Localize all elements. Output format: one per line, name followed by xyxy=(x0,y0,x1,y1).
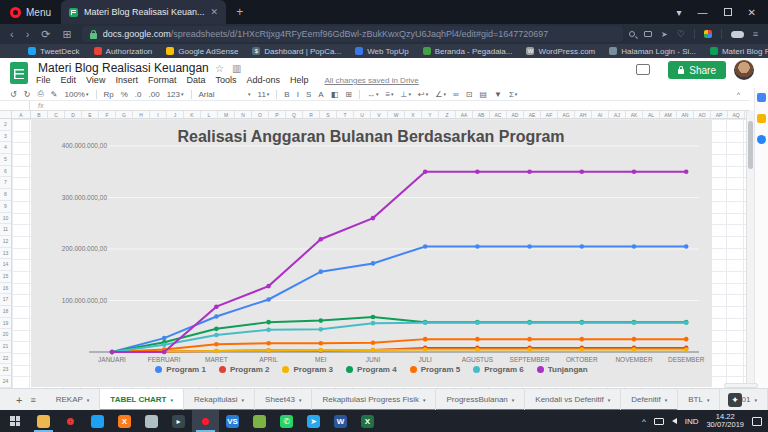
column-header[interactable]: I xyxy=(150,111,167,118)
bookmark-item[interactable]: Halaman Login - Si... xyxy=(609,47,696,56)
column-header[interactable]: N xyxy=(235,111,252,118)
column-header[interactable]: AN xyxy=(677,111,694,118)
sheet-tab-menu-icon[interactable]: ▾ xyxy=(299,397,302,403)
column-headers[interactable]: A BCDEFGHIJKLMNOPQRSTUVWXYZAAABACADAEAFA… xyxy=(0,111,746,119)
column-header[interactable]: M xyxy=(218,111,235,118)
column-header[interactable]: AJ xyxy=(609,111,626,118)
column-header[interactable]: X xyxy=(405,111,422,118)
select-all-corner[interactable] xyxy=(0,111,12,118)
column-header[interactable]: J xyxy=(167,111,184,118)
sheet-tab-menu-icon[interactable]: ▾ xyxy=(242,397,245,403)
vpn-badge[interactable] xyxy=(731,31,744,38)
borders-icon[interactable]: ⊞ xyxy=(345,90,352,99)
tray-chevron-icon[interactable]: ^ xyxy=(642,417,646,426)
sheet-tab-menu-icon[interactable]: ▾ xyxy=(423,397,426,403)
avatar[interactable] xyxy=(734,60,754,80)
sheets-logo-icon[interactable] xyxy=(10,62,28,84)
horizontal-align-icon[interactable]: ≡▾ xyxy=(385,90,393,99)
column-header[interactable]: O xyxy=(252,111,269,118)
action-center-icon[interactable] xyxy=(752,417,762,426)
functions-icon[interactable]: Σ▾ xyxy=(509,90,517,99)
row-header[interactable]: 18 xyxy=(0,306,11,318)
bookmark-item[interactable]: Materi Blog Realisa... xyxy=(710,47,768,56)
column-header[interactable]: AO xyxy=(694,111,711,118)
column-header[interactable]: AA xyxy=(456,111,473,118)
url-field[interactable]: docs.google.com/spreadsheets/d/1HXcRtjxg… xyxy=(82,26,623,42)
star-icon[interactable]: ☆ xyxy=(215,63,224,74)
format-currency-icon[interactable]: Rp xyxy=(104,90,114,99)
column-header[interactable]: C xyxy=(48,111,65,118)
row-header[interactable]: 15 xyxy=(0,271,11,283)
calendar-icon[interactable] xyxy=(757,93,766,102)
row-header[interactable]: 11 xyxy=(0,224,11,236)
column-header[interactable]: U xyxy=(354,111,371,118)
menu-item-tools[interactable]: Tools xyxy=(215,75,236,85)
vertical-scrollbar[interactable] xyxy=(746,111,754,388)
xampp-icon[interactable]: X xyxy=(111,410,138,432)
column-header[interactable]: AQ xyxy=(728,111,745,118)
document-title[interactable]: Materi Blog Realisasi Keuangan xyxy=(38,61,209,75)
sheet-tab-tabel-chart[interactable]: TABEL CHART▾ xyxy=(100,389,184,411)
sheet-tab-menu-icon[interactable]: ▾ xyxy=(512,397,515,403)
file-explorer-icon[interactable] xyxy=(30,410,57,432)
text-color-icon[interactable]: A xyxy=(318,90,323,99)
row-header[interactable]: 2 xyxy=(0,119,11,131)
chart-panel[interactable]: Realisasi Anggaran Bulanan Berdasarkan P… xyxy=(31,120,712,387)
row-header[interactable]: 9 xyxy=(0,201,11,213)
vertical-align-icon[interactable]: ⊥▾ xyxy=(401,90,411,99)
column-header[interactable]: Z xyxy=(439,111,456,118)
column-header[interactable]: G xyxy=(116,111,133,118)
menu-item-format[interactable]: Format xyxy=(148,75,177,85)
row-header[interactable]: 20 xyxy=(0,329,11,341)
row-header[interactable]: 16 xyxy=(0,283,11,295)
forward-button[interactable]: › xyxy=(26,28,30,41)
column-header[interactable]: E xyxy=(82,111,99,118)
text-wrap-icon[interactable]: ↩▾ xyxy=(418,90,428,99)
column-header[interactable]: T xyxy=(337,111,354,118)
sheet-tab-rekap[interactable]: REKAP▾ xyxy=(46,389,101,411)
opera-menu-button[interactable]: Menu xyxy=(0,0,61,24)
all-sheets-button[interactable]: ≡ xyxy=(30,395,35,405)
menu-item-edit[interactable]: Edit xyxy=(61,75,77,85)
column-header[interactable]: K xyxy=(184,111,201,118)
legend-item[interactable]: Tunjangan xyxy=(537,365,588,374)
column-header[interactable]: H xyxy=(133,111,150,118)
fill-color-icon[interactable]: ◧ xyxy=(331,90,339,99)
horizontal-scrollbar[interactable] xyxy=(724,383,758,388)
row-header[interactable]: 6 xyxy=(0,166,11,178)
explore-button[interactable]: ✦ xyxy=(728,393,742,407)
zoom-page-icon[interactable] xyxy=(629,31,635,37)
row-header[interactable]: 3 xyxy=(0,131,11,143)
row-header[interactable]: 10 xyxy=(0,213,11,225)
column-header[interactable]: D xyxy=(65,111,82,118)
bookmark-item[interactable]: $Dashboard | PopCa... xyxy=(252,47,341,56)
monitor-icon[interactable] xyxy=(654,418,664,425)
print-icon[interactable]: ⎙ xyxy=(37,89,43,99)
extension-icon[interactable] xyxy=(704,30,712,38)
sheet-tab-rekapitulasi-progress-fisik[interactable]: Rekapitulasi Progress Fisik▾ xyxy=(312,389,436,411)
menu-item-insert[interactable]: Insert xyxy=(115,75,138,85)
sheet-tab-menu-icon[interactable]: ▾ xyxy=(171,397,174,403)
sheet-tab-menu-icon[interactable]: ▾ xyxy=(754,397,757,403)
column-header[interactable]: AE xyxy=(524,111,541,118)
font-select[interactable]: Arial▾ xyxy=(199,90,251,99)
excel-icon[interactable]: X xyxy=(354,410,381,432)
menu-item-data[interactable]: Data xyxy=(186,75,205,85)
sheet-tab-progressbulanan[interactable]: ProgressBulanan▾ xyxy=(436,389,525,411)
menu-item-help[interactable]: Help xyxy=(290,75,309,85)
row-header[interactable]: 12 xyxy=(0,236,11,248)
row-header[interactable]: 22 xyxy=(0,353,11,365)
column-header[interactable]: AK xyxy=(626,111,643,118)
scrollbar-thumb[interactable] xyxy=(748,121,753,169)
column-header[interactable]: L xyxy=(201,111,218,118)
keep-icon[interactable] xyxy=(757,114,766,123)
column-header[interactable]: R xyxy=(303,111,320,118)
row-header[interactable]: 14 xyxy=(0,259,11,271)
column-header[interactable]: AH xyxy=(575,111,592,118)
text-rotate-icon[interactable]: ∠▾ xyxy=(435,90,446,99)
bookmark-item[interactable]: WWordPress.com xyxy=(526,47,595,56)
whatsapp-icon[interactable]: ✆ xyxy=(273,410,300,432)
minimize-button[interactable]: — xyxy=(698,7,708,18)
row-header[interactable]: 19 xyxy=(0,318,11,330)
tab-close-icon[interactable]: ✕ xyxy=(211,7,219,17)
